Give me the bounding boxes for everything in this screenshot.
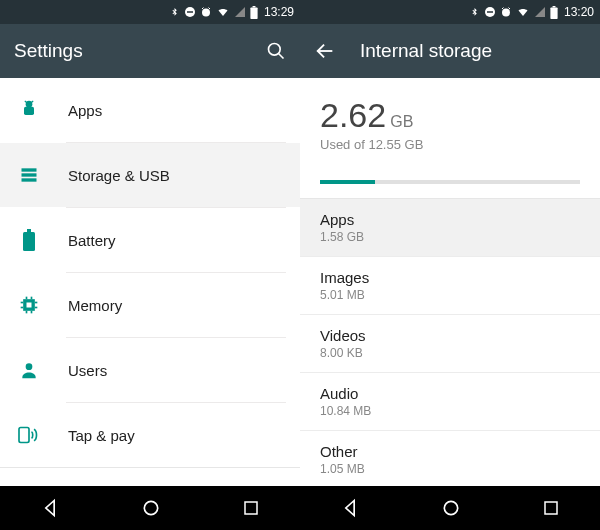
category-other[interactable]: Other 1.05 MB — [300, 431, 600, 486]
nav-back-button[interactable] — [340, 498, 360, 518]
svg-rect-14 — [23, 232, 35, 251]
settings-item-battery[interactable]: Battery — [0, 208, 300, 272]
settings-item-label: Apps — [68, 102, 102, 119]
used-subtitle: Used of 12.55 GB — [320, 137, 580, 152]
nav-bar — [0, 486, 300, 530]
svg-point-28 — [144, 501, 157, 514]
svg-rect-3 — [250, 7, 257, 19]
svg-rect-13 — [22, 178, 37, 181]
used-unit: GB — [390, 113, 413, 130]
back-button[interactable] — [314, 40, 336, 62]
svg-rect-29 — [245, 502, 257, 514]
settings-item-label: Tap & pay — [68, 427, 135, 444]
settings-item-label: Battery — [68, 232, 116, 249]
storage-icon — [18, 165, 40, 185]
category-audio[interactable]: Audio 10.84 MB — [300, 373, 600, 431]
battery-status-icon — [250, 6, 258, 19]
status-bar: 13:20 — [300, 0, 600, 24]
tap-pay-icon — [18, 425, 40, 445]
svg-rect-27 — [19, 428, 29, 443]
settings-item-users[interactable]: Users — [0, 338, 300, 402]
svg-line-10 — [32, 101, 34, 103]
svg-rect-12 — [22, 173, 37, 176]
section-header-personal: Personal — [0, 467, 300, 486]
category-size: 10.84 MB — [320, 404, 580, 418]
category-name: Videos — [320, 327, 580, 344]
screen-internal-storage: 13:20 Internal storage 2.62GB Used of 12… — [300, 0, 600, 530]
status-time: 13:20 — [564, 5, 594, 19]
svg-rect-11 — [22, 168, 37, 171]
category-name: Images — [320, 269, 580, 286]
category-name: Other — [320, 443, 580, 460]
page-title: Internal storage — [360, 40, 586, 62]
settings-item-label: Users — [68, 362, 107, 379]
nav-back-button[interactable] — [40, 498, 60, 518]
category-name: Apps — [320, 211, 580, 228]
svg-line-6 — [279, 54, 284, 59]
nav-recent-button[interactable] — [242, 499, 260, 517]
alarm-icon — [200, 6, 212, 18]
settings-item-tap-pay[interactable]: Tap & pay — [0, 403, 300, 467]
category-size: 1.05 MB — [320, 462, 580, 476]
storage-progress-fill — [320, 180, 375, 184]
category-images[interactable]: Images 5.01 MB — [300, 257, 600, 315]
svg-rect-37 — [545, 502, 557, 514]
storage-content: 2.62GB Used of 12.55 GB Apps 1.58 GB Ima… — [300, 78, 600, 486]
bluetooth-icon — [469, 6, 480, 19]
settings-item-label: Storage & USB — [68, 167, 170, 184]
svg-rect-15 — [27, 229, 31, 232]
nav-recent-button[interactable] — [542, 499, 560, 517]
screen-settings: 13:29 Settings Apps Storage & USB — [0, 0, 300, 530]
nav-bar — [300, 486, 600, 530]
used-value: 2.62 — [320, 96, 386, 135]
nav-home-button[interactable] — [141, 498, 161, 518]
dnd-icon — [184, 6, 196, 18]
app-bar: Internal storage — [300, 24, 600, 78]
svg-rect-4 — [253, 6, 256, 7]
category-size: 8.00 KB — [320, 346, 580, 360]
memory-icon — [18, 295, 40, 315]
svg-point-32 — [502, 9, 510, 17]
bluetooth-icon — [169, 6, 180, 19]
signal-icon — [534, 6, 546, 18]
svg-point-26 — [26, 363, 33, 370]
svg-rect-34 — [553, 6, 556, 7]
svg-point-36 — [444, 501, 457, 514]
status-bar: 13:29 — [0, 0, 300, 24]
category-name: Audio — [320, 385, 580, 402]
category-apps[interactable]: Apps 1.58 GB — [300, 199, 600, 257]
alarm-icon — [500, 6, 512, 18]
settings-item-storage[interactable]: Storage & USB — [0, 143, 300, 207]
dnd-icon — [484, 6, 496, 18]
svg-rect-33 — [550, 7, 557, 19]
svg-rect-7 — [24, 107, 34, 115]
search-button[interactable] — [266, 41, 286, 61]
android-icon — [18, 100, 40, 120]
nav-home-button[interactable] — [441, 498, 461, 518]
storage-progress — [320, 180, 580, 184]
svg-rect-31 — [487, 11, 493, 13]
svg-point-2 — [202, 9, 210, 17]
category-list: Apps 1.58 GB Images 5.01 MB Videos 8.00 … — [300, 199, 600, 486]
svg-rect-17 — [27, 303, 32, 308]
storage-summary: 2.62GB Used of 12.55 GB — [300, 78, 600, 166]
settings-item-label: Memory — [68, 297, 122, 314]
status-time: 13:29 — [264, 5, 294, 19]
svg-rect-1 — [187, 11, 193, 13]
app-bar: Settings — [0, 24, 300, 78]
settings-list: Apps Storage & USB Battery — [0, 78, 300, 467]
settings-item-apps[interactable]: Apps — [0, 78, 300, 142]
users-icon — [18, 360, 40, 380]
wifi-icon — [216, 6, 230, 18]
category-size: 1.58 GB — [320, 230, 580, 244]
svg-point-5 — [269, 44, 281, 56]
svg-line-9 — [25, 101, 27, 103]
page-title: Settings — [14, 40, 242, 62]
category-videos[interactable]: Videos 8.00 KB — [300, 315, 600, 373]
signal-icon — [234, 6, 246, 18]
settings-content: Apps Storage & USB Battery — [0, 78, 300, 486]
settings-item-memory[interactable]: Memory — [0, 273, 300, 337]
category-size: 5.01 MB — [320, 288, 580, 302]
wifi-icon — [516, 6, 530, 18]
battery-status-icon — [550, 6, 558, 19]
